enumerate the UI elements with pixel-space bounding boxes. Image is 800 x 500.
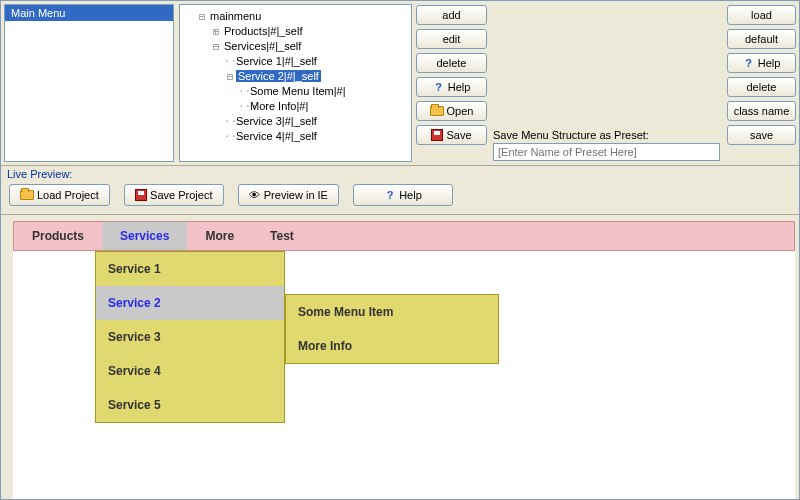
preview-tab-products[interactable]: Products [14, 222, 102, 250]
menu-tree[interactable]: ⊟mainmenu ⊞Products|#|_self ⊟Services|#|… [179, 4, 412, 162]
tree-node-products[interactable]: ⊞Products|#|_self [182, 24, 409, 39]
tree-buttons-column: add edit delete ?Help Open Save [414, 1, 489, 165]
top-editor-region: Main Menu ⊟mainmenu ⊞Products|#|_self ⊟S… [1, 1, 799, 166]
floppy-save-icon [135, 189, 147, 201]
expand-icon[interactable]: ⊞ [210, 25, 222, 39]
add-button[interactable]: add [416, 5, 487, 25]
preview-tab-services[interactable]: Services [102, 222, 187, 250]
load-button[interactable]: load [727, 5, 796, 25]
preset-label: Save Menu Structure as Preset: [493, 129, 720, 141]
leaf-icon: ··· [224, 115, 234, 129]
preview-in-ie-button[interactable]: 👁Preview in IE [238, 184, 339, 206]
preview-item-service1[interactable]: Service 1 [96, 252, 284, 286]
tree-node-service1[interactable]: ···Service 1|#|_self [182, 54, 409, 69]
floppy-save-icon [431, 129, 443, 141]
preview-item-service5[interactable]: Service 5 [96, 388, 284, 422]
collapse-icon[interactable]: ⊟ [196, 10, 208, 24]
preset-name-input[interactable] [493, 143, 720, 161]
tree-node-root[interactable]: ⊟mainmenu [182, 9, 409, 24]
preview-item-service4[interactable]: Service 4 [96, 354, 284, 388]
default-button[interactable]: default [727, 29, 796, 49]
help-button[interactable]: ?Help [416, 77, 487, 97]
help-icon: ? [384, 189, 396, 201]
delete-button[interactable]: delete [416, 53, 487, 73]
help-button-right[interactable]: ?Help [727, 53, 796, 73]
save-project-button[interactable]: Save Project [124, 184, 224, 206]
live-preview-area: Products Services More Test Service 1 Se… [13, 221, 795, 500]
preview-submenu-service2: Some Menu Item More Info [285, 294, 499, 364]
help-icon: ? [743, 57, 755, 69]
preview-item-service2[interactable]: Service 2 [96, 286, 284, 320]
preview-tab-more[interactable]: More [187, 222, 252, 250]
preview-submenu-services: Service 1 Service 2 Service 3 Service 4 … [95, 251, 285, 423]
preview-menubar: Products Services More Test [13, 221, 795, 251]
load-project-button[interactable]: Load Project [9, 184, 110, 206]
tree-node-service2[interactable]: ⊟Service 2|#|_self [182, 69, 409, 84]
leaf-icon: ··· [224, 130, 234, 144]
tree-node-service4[interactable]: ···Service 4|#|_self [182, 129, 409, 144]
preview-item-some-menu-item[interactable]: Some Menu Item [286, 295, 498, 329]
delete-button-right[interactable]: delete [727, 77, 796, 97]
preview-tab-test[interactable]: Test [252, 222, 312, 250]
left-pane: Main Menu [4, 4, 174, 162]
eye-icon: 👁 [249, 189, 261, 201]
leaf-icon: ··· [238, 85, 248, 99]
preview-toolbar: Load Project Save Project 👁Preview in IE… [1, 180, 799, 215]
preset-buttons-column: load default ?Help delete class name sav… [724, 1, 799, 165]
live-preview-label: Live Preview: [1, 166, 799, 180]
open-button[interactable]: Open [416, 101, 487, 121]
leaf-icon: ··· [238, 100, 248, 114]
leaf-icon: ··· [224, 55, 234, 69]
save-button[interactable]: Save [416, 125, 487, 145]
folder-open-icon [20, 190, 34, 200]
tree-node-more-info[interactable]: ···More Info|#| [182, 99, 409, 114]
preset-pane: Save Menu Structure as Preset: [489, 1, 724, 165]
edit-button[interactable]: edit [416, 29, 487, 49]
help-button-toolbar[interactable]: ?Help [353, 184, 453, 206]
preview-item-more-info[interactable]: More Info [286, 329, 498, 363]
tree-node-some-menu-item[interactable]: ···Some Menu Item|#| [182, 84, 409, 99]
tree-node-services[interactable]: ⊟Services|#|_self [182, 39, 409, 54]
left-pane-title: Main Menu [5, 5, 173, 21]
classname-button[interactable]: class name [727, 101, 796, 121]
folder-open-icon [430, 106, 444, 116]
preview-item-service3[interactable]: Service 3 [96, 320, 284, 354]
help-icon: ? [433, 81, 445, 93]
tree-node-service3[interactable]: ···Service 3|#|_self [182, 114, 409, 129]
collapse-icon[interactable]: ⊟ [210, 40, 222, 54]
save-preset-button[interactable]: save [727, 125, 796, 145]
collapse-icon[interactable]: ⊟ [224, 70, 236, 84]
